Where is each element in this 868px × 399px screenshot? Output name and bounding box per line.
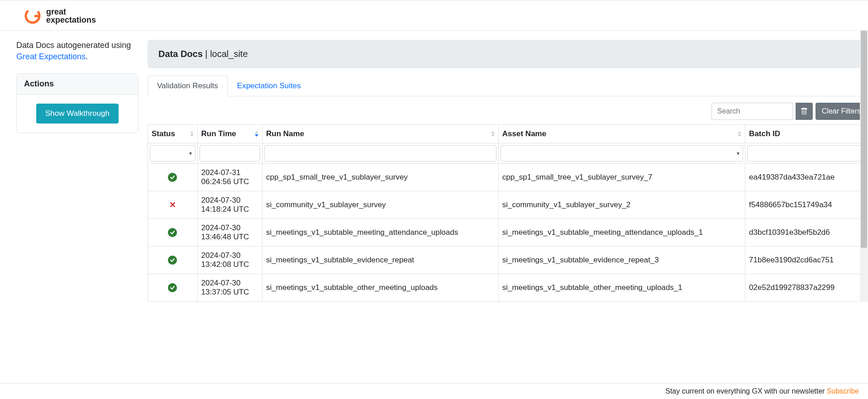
tabs: Validation Results Expectation Suites — [148, 76, 867, 96]
table-controls: Clear Filters — [148, 96, 867, 124]
scrollbar-thumb[interactable] — [861, 31, 867, 248]
sort-icon — [738, 131, 741, 137]
filter-asset-name-select[interactable] — [501, 145, 743, 162]
col-header-asset-name[interactable]: Asset Name — [498, 125, 745, 143]
run-time-cell: 2024-07-31 06:24:56 UTC — [197, 164, 262, 191]
svg-rect-1 — [34, 15, 39, 17]
page-title: Data Docs — [158, 49, 203, 59]
check-circle-icon — [168, 283, 177, 292]
batch-id-cell: f54886657bc151749a34 — [745, 191, 867, 219]
top-bar: great expectations — [0, 0, 868, 31]
svg-marker-3 — [190, 134, 194, 137]
intro-text: Data Docs autogenerated using Great Expe… — [16, 40, 138, 62]
filter-status-select[interactable] — [150, 145, 196, 162]
actions-title: Actions — [17, 74, 138, 95]
run-name-cell: cpp_sp1_small_tree_v1_sublayer_survey — [262, 164, 499, 191]
page-title-sep: | — [203, 49, 210, 59]
vertical-scrollbar[interactable] — [860, 31, 868, 302]
intro-link[interactable]: Great Expectations — [16, 52, 86, 61]
run-name-cell: si_meetings_v1_subtable_evidence_repeat — [262, 247, 499, 274]
logo-text-line1: great — [46, 8, 96, 16]
filter-run-time-input[interactable] — [200, 145, 260, 162]
batch-id-cell: 02e52d199278837a2299 — [745, 274, 867, 302]
batch-id-cell: 71b8ee3190d2cd6ac751 — [745, 247, 867, 274]
col-header-status[interactable]: Status — [148, 125, 198, 143]
svg-marker-5 — [255, 134, 258, 137]
col-header-run-time[interactable]: Run Time — [197, 125, 262, 143]
sort-icon — [491, 131, 495, 137]
search-input[interactable] — [711, 103, 793, 120]
intro-before: Data Docs autogenerated using — [16, 41, 131, 50]
svg-marker-6 — [491, 131, 495, 133]
col-header-asset-name-label: Asset Name — [502, 129, 546, 138]
tab-expectation-suites[interactable]: Expectation Suites — [228, 76, 310, 96]
col-header-status-label: Status — [152, 129, 175, 138]
table-row[interactable]: ✕2024-07-30 14:18:24 UTCsi_community_v1_… — [148, 191, 867, 219]
sort-icon — [190, 131, 194, 137]
asset-name-cell: si_meetings_v1_subtable_meeting_attendan… — [498, 219, 745, 247]
run-time-cell: 2024-07-30 14:18:24 UTC — [197, 191, 262, 219]
actions-card: Actions Show Walkthrough — [16, 73, 138, 133]
intro-after: . — [86, 52, 88, 61]
table-row[interactable]: 2024-07-30 13:46:48 UTCsi_meetings_v1_su… — [148, 219, 867, 247]
asset-name-cell: si_meetings_v1_subtable_other_meeting_up… — [498, 274, 745, 302]
run-name-cell: si_community_v1_sublayer_survey — [262, 191, 499, 219]
results-table: Status Run Time Run — [148, 124, 867, 302]
svg-marker-8 — [738, 131, 741, 133]
logo-icon — [23, 6, 43, 26]
col-header-batch-id[interactable]: Batch ID — [745, 125, 867, 143]
filter-batch-id-input[interactable] — [747, 145, 865, 162]
table-row[interactable]: 2024-07-30 13:37:05 UTCsi_meetings_v1_su… — [148, 274, 867, 302]
run-name-cell: si_meetings_v1_subtable_meeting_attendan… — [262, 219, 499, 247]
asset-name-cell: cpp_sp1_small_tree_v1_sublayer_survey_7 — [498, 164, 745, 191]
tab-validation-results[interactable]: Validation Results — [148, 76, 228, 96]
batch-id-cell: ea419387da433ea721ae — [745, 164, 867, 191]
run-name-cell: si_meetings_v1_subtable_other_meeting_up… — [262, 274, 499, 302]
table-row[interactable]: 2024-07-30 13:42:08 UTCsi_meetings_v1_su… — [148, 247, 867, 274]
asset-name-cell: si_meetings_v1_subtable_evidence_repeat_… — [498, 247, 745, 274]
col-header-run-time-label: Run Time — [201, 129, 236, 138]
run-time-cell: 2024-07-30 13:37:05 UTC — [197, 274, 262, 302]
table-row[interactable]: 2024-07-31 06:24:56 UTCcpp_sp1_small_tre… — [148, 164, 867, 191]
run-time-cell: 2024-07-30 13:46:48 UTC — [197, 219, 262, 247]
svg-marker-9 — [738, 134, 741, 137]
clear-filters-button[interactable]: Clear Filters — [816, 103, 867, 120]
batch-id-cell: d3bcf10391e3bef5b2d6 — [745, 219, 867, 247]
clear-search-button[interactable] — [796, 103, 813, 120]
check-circle-icon — [168, 228, 177, 237]
page-header: Data Docs | local_site — [148, 40, 867, 68]
check-circle-icon — [168, 173, 177, 182]
logo: great expectations — [23, 6, 96, 26]
svg-marker-2 — [190, 131, 194, 133]
svg-marker-4 — [255, 131, 258, 133]
svg-marker-7 — [491, 134, 495, 137]
x-icon: ✕ — [169, 200, 176, 209]
col-header-batch-id-label: Batch ID — [749, 129, 780, 138]
status-cell: ✕ — [148, 191, 198, 219]
asset-name-cell: si_community_v1_sublayer_survey_2 — [498, 191, 745, 219]
page-site: local_site — [210, 49, 248, 59]
filter-run-name-input[interactable] — [264, 145, 496, 162]
trash-icon — [801, 108, 808, 115]
check-circle-icon — [168, 256, 177, 265]
run-time-cell: 2024-07-30 13:42:08 UTC — [197, 247, 262, 274]
status-cell — [148, 274, 198, 302]
sidebar: Data Docs autogenerated using Great Expe… — [16, 40, 148, 302]
show-walkthrough-button[interactable]: Show Walkthrough — [36, 104, 119, 124]
logo-text-line2: expectations — [46, 16, 96, 24]
status-cell — [148, 164, 198, 191]
col-header-run-name-label: Run Name — [266, 129, 304, 138]
main-content: Data Docs | local_site Validation Result… — [148, 40, 868, 302]
status-cell — [148, 219, 198, 247]
sort-desc-icon — [255, 131, 258, 137]
col-header-run-name[interactable]: Run Name — [262, 125, 499, 143]
status-cell — [148, 247, 198, 274]
